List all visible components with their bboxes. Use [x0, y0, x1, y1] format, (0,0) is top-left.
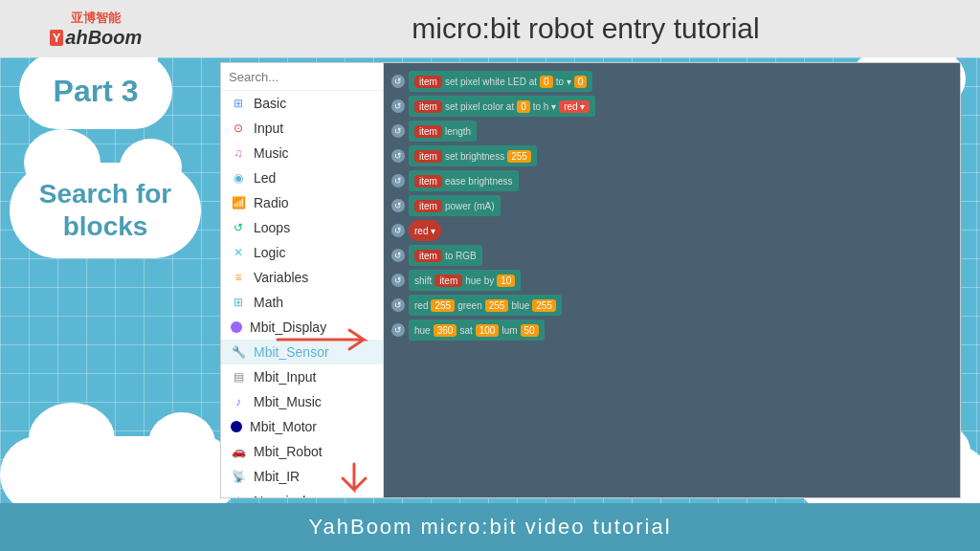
- led-label: Led: [254, 170, 276, 186]
- code-row-5: ↺ item ease brightness: [391, 170, 952, 191]
- code-row-9: ↺ shift item hue by 10: [391, 270, 952, 291]
- basic-label: Basic: [254, 96, 286, 111]
- refresh-btn-10[interactable]: ↺: [391, 298, 405, 312]
- math-icon: ⊞: [231, 295, 246, 310]
- mbit-ir-label: Mbit_IR: [254, 469, 300, 484]
- logo-y: Y: [50, 30, 64, 46]
- basic-icon: ⊞: [231, 96, 246, 111]
- search-input[interactable]: [229, 70, 384, 84]
- search-bar: 🔍: [221, 63, 383, 91]
- variables-label: Variables: [254, 270, 308, 285]
- code-block-8: item to RGB: [409, 245, 482, 266]
- sidebar-item-mbit-music[interactable]: ♪ Mbit_Music: [221, 389, 383, 414]
- code-row-8: ↺ item to RGB: [391, 245, 952, 266]
- sidebar-item-logic[interactable]: ✕ Logic: [221, 240, 383, 265]
- val-10: 10: [497, 275, 515, 287]
- led-icon: ◉: [231, 170, 246, 186]
- item-tag-8: item: [414, 250, 442, 262]
- neopixel-label: Neopixel: [254, 494, 305, 497]
- mbit-input-icon: ▤: [231, 369, 246, 385]
- mbit-input-label: Mbit_Input: [254, 369, 316, 385]
- code-row-11: ↺ hue 360 sat 100 lum 50: [391, 320, 952, 341]
- header-title: micro:bit robot entry tutorial: [191, 12, 980, 45]
- music-label: Music: [254, 145, 289, 161]
- mbit-robot-icon: 🚗: [231, 444, 246, 459]
- val-0-3: 0: [517, 100, 530, 113]
- item-tag-5: item: [414, 175, 442, 187]
- cloud-part3: Part 3: [19, 53, 172, 129]
- code-block-11: hue 360 sat 100 lum 50: [409, 320, 545, 341]
- item-tag-1: item: [414, 76, 442, 88]
- val-0-2: 0: [574, 76, 588, 88]
- val-green-255: 255: [485, 299, 509, 312]
- search-blocks-label: Search forblocks: [39, 178, 172, 242]
- loops-label: Loops: [254, 220, 290, 235]
- sidebar-item-basic[interactable]: ⊞ Basic: [221, 91, 383, 116]
- math-label: Math: [254, 295, 283, 310]
- sidebar-item-variables[interactable]: ≡ Variables: [221, 265, 383, 290]
- val-red-255: 255: [431, 299, 455, 312]
- code-row-1: ↺ item set pixel white LED at 0 to ▾ 0: [391, 71, 952, 92]
- refresh-btn-5[interactable]: ↺: [391, 174, 405, 187]
- arrow-2: [316, 459, 392, 497]
- radio-icon: 📶: [231, 195, 246, 210]
- sidebar-item-mbit-motor[interactable]: Mbit_Motor: [221, 414, 383, 439]
- code-block-5: item ease brightness: [409, 170, 519, 191]
- cloud-search: Search forblocks: [10, 163, 201, 258]
- footer-text: YahBoom micro:bit video tutorial: [308, 515, 671, 540]
- logo-chinese: 亚博智能: [71, 10, 121, 27]
- code-block-3: item length: [409, 121, 477, 142]
- val-lum-50: 50: [521, 324, 539, 337]
- code-block-7: red ▾: [409, 220, 441, 241]
- variables-icon: ≡: [231, 270, 246, 285]
- val-red: red ▾: [559, 100, 590, 113]
- sidebar-item-music[interactable]: ♫ Music: [221, 141, 383, 165]
- sidebar-item-math[interactable]: ⊞ Math: [221, 290, 383, 315]
- item-tag-9: item: [434, 275, 462, 287]
- code-row-2: ↺ item set pixel color at 0 to h ▾ red ▾: [391, 96, 952, 117]
- mbit-music-icon: ♪: [231, 394, 246, 409]
- logo-top: 亚博智能: [71, 10, 121, 27]
- sidebar-item-radio[interactable]: 📶 Radio: [221, 190, 383, 215]
- neopixel-icon: ⚙: [231, 494, 246, 497]
- refresh-btn-1[interactable]: ↺: [391, 75, 405, 88]
- blocks-sidebar: 🔍 ⊞ Basic ⊙ Input ♫ Music ◉ Led 📶 Radio …: [221, 63, 384, 497]
- mbit-ir-icon: 📡: [231, 469, 246, 484]
- logic-label: Logic: [254, 245, 285, 260]
- refresh-btn-9[interactable]: ↺: [391, 274, 405, 287]
- refresh-btn-3[interactable]: ↺: [391, 124, 405, 138]
- code-row-6: ↺ item power (mA): [391, 195, 952, 216]
- val-0-1: 0: [540, 76, 553, 88]
- logic-icon: ✕: [231, 245, 246, 260]
- code-row-10: ↺ red 255 green 255 blue 255: [391, 295, 952, 316]
- item-tag-2: item: [414, 100, 442, 113]
- refresh-btn-2[interactable]: ↺: [391, 99, 405, 113]
- sidebar-item-loops[interactable]: ↺ Loops: [221, 215, 383, 240]
- logo: 亚博智能 Y ahBoom: [0, 5, 191, 54]
- editor-area: 🔍 ⊞ Basic ⊙ Input ♫ Music ◉ Led 📶 Radio …: [220, 62, 961, 498]
- refresh-btn-7[interactable]: ↺: [391, 224, 405, 237]
- val-sat-100: 100: [476, 324, 500, 337]
- val-blue-255: 255: [532, 299, 556, 312]
- refresh-btn-4[interactable]: ↺: [391, 149, 405, 163]
- sidebar-item-mbit-input[interactable]: ▤ Mbit_Input: [221, 364, 383, 389]
- sidebar-item-led[interactable]: ◉ Led: [221, 165, 383, 190]
- code-block-10: red 255 green 255 blue 255: [409, 295, 562, 316]
- mbit-motor-dot: [231, 421, 242, 432]
- header: 亚博智能 Y ahBoom micro:bit robot entry tuto…: [0, 0, 980, 57]
- item-tag-3: item: [414, 125, 442, 138]
- sidebar-item-input[interactable]: ⊙ Input: [221, 116, 383, 141]
- item-tag-6: item: [414, 200, 442, 212]
- arrow-1: [268, 325, 383, 354]
- refresh-btn-6[interactable]: ↺: [391, 199, 405, 212]
- code-block-6: item power (mA): [409, 195, 501, 216]
- logo-yahboom: ahBoom: [65, 27, 142, 49]
- mbit-robot-label: Mbit_Robot: [254, 444, 323, 459]
- refresh-btn-8[interactable]: ↺: [391, 249, 405, 262]
- refresh-btn-11[interactable]: ↺: [391, 323, 405, 337]
- radio-label: Radio: [254, 195, 289, 210]
- music-icon: ♫: [231, 145, 246, 161]
- val-hue-360: 360: [434, 324, 457, 337]
- input-icon: ⊙: [231, 121, 246, 136]
- footer: YahBoom micro:bit video tutorial: [0, 503, 980, 551]
